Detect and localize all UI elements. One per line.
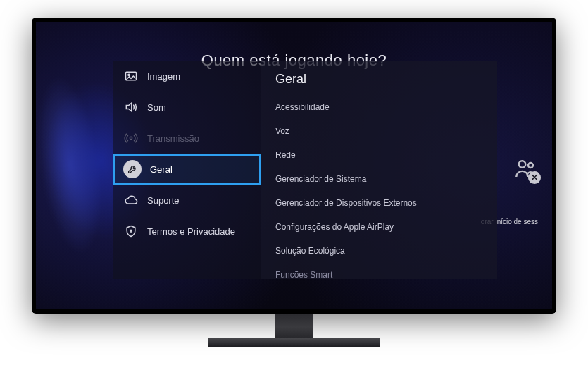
menu-item-label: Som xyxy=(147,102,166,113)
menu-item-suporte[interactable]: Suporte xyxy=(113,185,261,216)
account-avatar[interactable]: ✕ xyxy=(513,156,538,181)
svg-point-0 xyxy=(519,161,526,168)
wrench-icon xyxy=(123,160,142,178)
menu-item-transmissao: Transmissão xyxy=(113,123,261,154)
panel-item-airplay[interactable]: Configurações do Apple AirPlay xyxy=(261,215,497,239)
sound-icon xyxy=(123,99,139,115)
svg-point-3 xyxy=(128,74,130,75)
menu-item-termos[interactable]: Termos e Privacidade xyxy=(113,216,261,247)
tv-stand-neck xyxy=(275,314,313,340)
svg-point-5 xyxy=(130,230,132,231)
tv-bezel: Quem está jogando hoje? ✕ xyxy=(36,22,552,309)
menu-item-som[interactable]: Som xyxy=(113,92,261,123)
panel-title: Geral xyxy=(261,61,497,95)
panel-item-funcoes-smart[interactable]: Funções Smart xyxy=(261,263,497,278)
settings-menu: Imagem Som xyxy=(113,61,261,279)
settings-overlay: Imagem Som xyxy=(113,61,497,279)
panel-item-gerenciador-sistema[interactable]: Gerenciador de Sistema xyxy=(261,167,497,191)
menu-item-label: Suporte xyxy=(147,195,180,206)
shield-icon xyxy=(123,223,139,239)
tv-stand-base xyxy=(208,338,380,347)
cloud-icon xyxy=(123,192,139,208)
menu-item-label: Imagem xyxy=(147,71,180,82)
panel-item-voz[interactable]: Voz xyxy=(261,119,497,143)
tv-screen: Quem está jogando hoje? ✕ xyxy=(36,22,552,309)
panel-item-solucao-ecologica[interactable]: Solução Ecológica xyxy=(261,239,497,263)
menu-item-imagem[interactable]: Imagem xyxy=(113,61,261,92)
svg-point-1 xyxy=(528,163,533,168)
panel-item-acessibilidade[interactable]: Acessibilidade xyxy=(261,95,497,119)
close-icon: ✕ xyxy=(528,171,541,184)
image-icon xyxy=(123,68,139,84)
svg-point-4 xyxy=(130,137,132,139)
settings-panel: Geral Acessibilidade Voz Rede Gerenciado… xyxy=(261,61,497,279)
panel-item-rede[interactable]: Rede xyxy=(261,143,497,167)
menu-item-label: Termos e Privacidade xyxy=(147,226,235,237)
menu-item-label: Geral xyxy=(150,164,173,175)
menu-item-geral[interactable]: Geral xyxy=(113,154,261,185)
menu-item-label: Transmissão xyxy=(147,133,199,144)
tv-frame: Quem está jogando hoje? ✕ xyxy=(32,18,556,314)
broadcast-icon xyxy=(123,130,139,146)
panel-item-dispositivos-externos[interactable]: Gerenciador de Dispositivos Externos xyxy=(261,191,497,215)
